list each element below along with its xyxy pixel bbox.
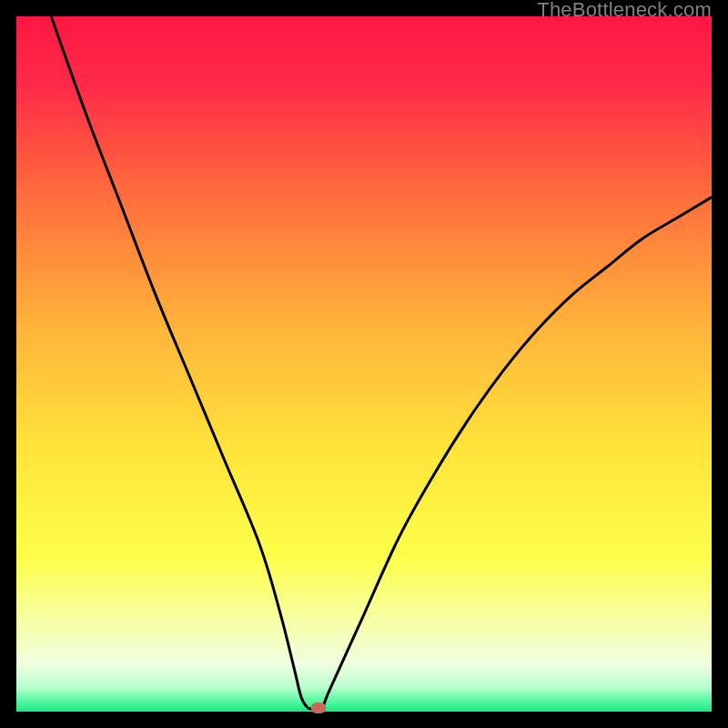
chart-svg — [16, 16, 712, 712]
optimal-point-marker — [311, 703, 326, 713]
bottleneck-curve — [51, 16, 712, 710]
